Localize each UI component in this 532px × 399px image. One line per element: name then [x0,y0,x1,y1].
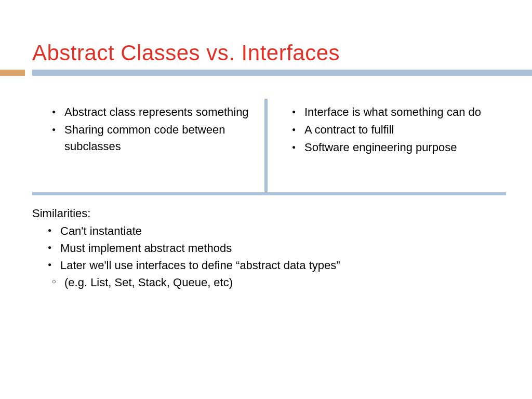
similarities-section: Similarities: Can't instantiate Must imp… [32,207,506,291]
accent-block [0,70,25,76]
underline-bar [32,70,532,76]
list-item: Abstract class represents something [52,104,261,121]
slide-title: Abstract Classes vs. Interfaces [0,0,532,65]
list-item: Must implement abstract methods [48,240,506,257]
list-item: Software engineering purpose [292,139,501,156]
similarities-heading: Similarities: [32,207,506,220]
title-underline [0,70,532,76]
right-column: Interface is what something can do A con… [271,101,511,157]
comparison-row: Abstract class represents something Shar… [31,101,511,157]
list-item: Sharing common code between subclasses [52,122,261,155]
list-item: Later we'll use interfaces to define “ab… [48,257,506,274]
sub-list-item: (e.g. List, Set, Stack, Queue, etc) [52,274,506,291]
list-item: A contract to fulfill [292,122,501,138]
list-item: Interface is what something can do [292,104,501,121]
vertical-divider [264,99,268,192]
list-item: Can't instantiate [48,222,506,240]
left-column: Abstract class represents something Shar… [31,101,271,157]
horizontal-divider [32,192,506,195]
